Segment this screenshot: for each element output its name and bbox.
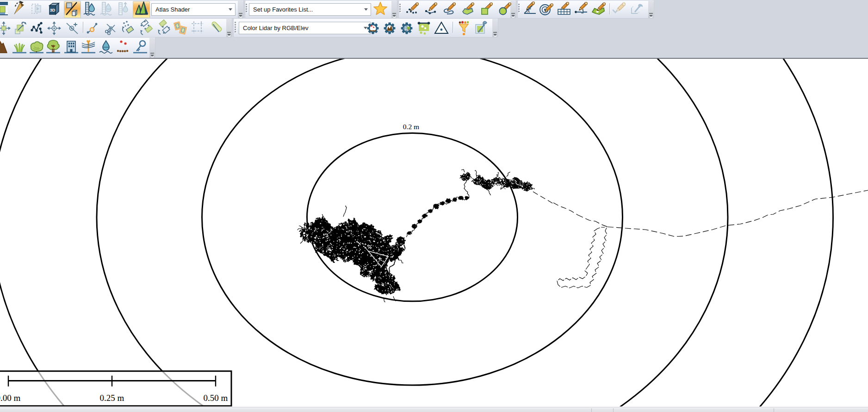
svg-text:0.00 m: 0.00 m xyxy=(0,393,21,403)
svg-text:0.50 m: 0.50 m xyxy=(204,393,228,403)
svg-text:3D: 3D xyxy=(50,8,56,12)
svg-text:0.25 m: 0.25 m xyxy=(100,393,124,403)
svg-text:0.2 m: 0.2 m xyxy=(403,123,419,131)
